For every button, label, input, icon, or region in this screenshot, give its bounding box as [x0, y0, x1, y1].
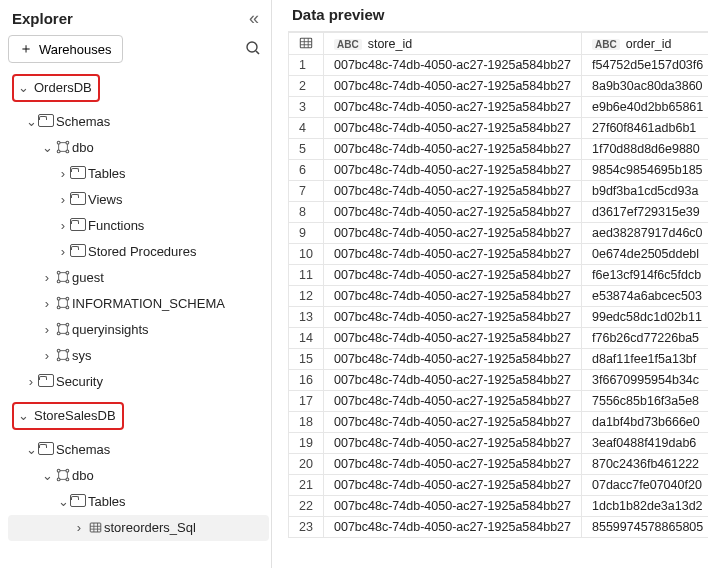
- type-badge: ABC: [334, 39, 362, 50]
- table-row[interactable]: 13007bc48c-74db-4050-ac27-1925a584bb2799…: [289, 307, 709, 328]
- table-row[interactable]: 1007bc48c-74db-4050-ac27-1925a584bb27f54…: [289, 55, 709, 76]
- cell-order-id: e9b6e40d2bb65861: [582, 97, 708, 118]
- table-row[interactable]: 20007bc48c-74db-4050-ac27-1925a584bb2787…: [289, 454, 709, 475]
- cell-order-id: 07dacc7fe07040f20: [582, 475, 708, 496]
- row-number: 7: [289, 181, 324, 202]
- table-storeorders-sql[interactable]: › storeorders_Sql: [8, 515, 269, 541]
- cell-order-id: 3eaf0488f419dab6: [582, 433, 708, 454]
- storeorders-label: storeorders_Sql: [104, 518, 196, 538]
- functions-label: Functions: [88, 216, 144, 236]
- table-row[interactable]: 7007bc48c-74db-4050-ac27-1925a584bb27b9d…: [289, 181, 709, 202]
- schema-guest[interactable]: › guest: [8, 265, 269, 291]
- data-preview-panel: Data preview ABCstore_id ABCorder_id 100…: [272, 0, 708, 568]
- table-row[interactable]: 4007bc48c-74db-4050-ac27-1925a584bb2727f…: [289, 118, 709, 139]
- cell-store-id: 007bc48c-74db-4050-ac27-1925a584bb27: [324, 433, 582, 454]
- cell-store-id: 007bc48c-74db-4050-ac27-1925a584bb27: [324, 517, 582, 538]
- table-row[interactable]: 14007bc48c-74db-4050-ac27-1925a584bb27f7…: [289, 328, 709, 349]
- table-row[interactable]: 10007bc48c-74db-4050-ac27-1925a584bb270e…: [289, 244, 709, 265]
- storesalesdb-label: StoreSalesDB: [30, 406, 116, 426]
- folder-tables-2[interactable]: ⌄ Tables: [8, 489, 269, 515]
- row-number: 23: [289, 517, 324, 538]
- cell-order-id: f54752d5e157d03f6: [582, 55, 708, 76]
- preview-grid: ABCstore_id ABCorder_id 1007bc48c-74db-4…: [288, 32, 708, 538]
- col-store-id-name: store_id: [368, 37, 412, 51]
- db-storesalesdb[interactable]: ⌄ StoreSalesDB: [8, 399, 269, 433]
- folder-icon: [70, 216, 88, 236]
- table-row[interactable]: 12007bc48c-74db-4050-ac27-1925a584bb27e5…: [289, 286, 709, 307]
- chevron-right-icon: ›: [72, 518, 86, 538]
- search-icon[interactable]: [245, 40, 269, 59]
- folder-icon: [38, 440, 56, 460]
- schema-queryinsights[interactable]: › queryinsights: [8, 317, 269, 343]
- table-row[interactable]: 15007bc48c-74db-4050-ac27-1925a584bb27d8…: [289, 349, 709, 370]
- folder-icon: [70, 190, 88, 210]
- folder-stored-procedures[interactable]: › Stored Procedures: [8, 239, 269, 265]
- infoschema-label: INFORMATION_SCHEMA: [72, 294, 225, 314]
- chevron-right-icon: ›: [40, 294, 54, 314]
- col-order-id[interactable]: ABCorder_id: [582, 33, 708, 55]
- cell-store-id: 007bc48c-74db-4050-ac27-1925a584bb27: [324, 307, 582, 328]
- cell-order-id: e53874a6abcec503: [582, 286, 708, 307]
- table-row[interactable]: 19007bc48c-74db-4050-ac27-1925a584bb273e…: [289, 433, 709, 454]
- table-row[interactable]: 9007bc48c-74db-4050-ac27-1925a584bb27aed…: [289, 223, 709, 244]
- schema-icon: [54, 466, 72, 486]
- chevron-right-icon: ›: [56, 216, 70, 236]
- col-store-id[interactable]: ABCstore_id: [324, 33, 582, 55]
- chevron-down-icon: ⌄: [16, 406, 30, 426]
- cell-order-id: 1dcb1b82de3a13d2: [582, 496, 708, 517]
- schema-dbo-2[interactable]: ⌄ dbo: [8, 463, 269, 489]
- table-row[interactable]: 22007bc48c-74db-4050-ac27-1925a584bb271d…: [289, 496, 709, 517]
- folder-schemas-2[interactable]: ⌄ Schemas: [8, 437, 269, 463]
- cell-store-id: 007bc48c-74db-4050-ac27-1925a584bb27: [324, 391, 582, 412]
- folder-icon: [70, 492, 88, 512]
- dbo-label: dbo: [72, 138, 94, 158]
- cell-order-id: d8af11fee1f5a13bf: [582, 349, 708, 370]
- folder-icon: [70, 242, 88, 262]
- row-number: 12: [289, 286, 324, 307]
- cell-order-id: b9df3ba1cd5cd93a: [582, 181, 708, 202]
- schema-icon: [54, 294, 72, 314]
- collapse-explorer-icon[interactable]: «: [249, 8, 259, 29]
- table-row[interactable]: 6007bc48c-74db-4050-ac27-1925a584bb27985…: [289, 160, 709, 181]
- folder-tables[interactable]: › Tables: [8, 161, 269, 187]
- schemas-label: Schemas: [56, 112, 110, 132]
- chevron-down-icon: ⌄: [40, 138, 54, 158]
- table-row[interactable]: 2007bc48c-74db-4050-ac27-1925a584bb278a9…: [289, 76, 709, 97]
- folder-views[interactable]: › Views: [8, 187, 269, 213]
- schema-information-schema[interactable]: › INFORMATION_SCHEMA: [8, 291, 269, 317]
- chevron-right-icon: ›: [24, 372, 38, 392]
- table-row[interactable]: 21007bc48c-74db-4050-ac27-1925a584bb2707…: [289, 475, 709, 496]
- cell-order-id: 8559974578865805: [582, 517, 708, 538]
- folder-functions[interactable]: › Functions: [8, 213, 269, 239]
- svg-line-14: [256, 51, 259, 54]
- table-row[interactable]: 18007bc48c-74db-4050-ac27-1925a584bb27da…: [289, 412, 709, 433]
- schema-dbo[interactable]: ⌄ dbo: [8, 135, 269, 161]
- schema-sys[interactable]: › sys: [8, 343, 269, 369]
- cell-order-id: da1bf4bd73b666e0: [582, 412, 708, 433]
- table-row[interactable]: 16007bc48c-74db-4050-ac27-1925a584bb273f…: [289, 370, 709, 391]
- grid-corner: [289, 33, 324, 55]
- cell-store-id: 007bc48c-74db-4050-ac27-1925a584bb27: [324, 181, 582, 202]
- chevron-down-icon: ⌄: [56, 492, 70, 512]
- cell-order-id: 870c2436fb461222: [582, 454, 708, 475]
- table-row[interactable]: 17007bc48c-74db-4050-ac27-1925a584bb2775…: [289, 391, 709, 412]
- table-row[interactable]: 3007bc48c-74db-4050-ac27-1925a584bb27e9b…: [289, 97, 709, 118]
- folder-schemas[interactable]: ⌄ Schemas: [8, 109, 269, 135]
- table-row[interactable]: 23007bc48c-74db-4050-ac27-1925a584bb2785…: [289, 517, 709, 538]
- cell-store-id: 007bc48c-74db-4050-ac27-1925a584bb27: [324, 475, 582, 496]
- table-row[interactable]: 11007bc48c-74db-4050-ac27-1925a584bb27f6…: [289, 265, 709, 286]
- add-warehouse-button[interactable]: ＋ Warehouses: [8, 35, 123, 63]
- db-ordersdb[interactable]: ⌄ OrdersDB: [8, 71, 269, 105]
- table-row[interactable]: 8007bc48c-74db-4050-ac27-1925a584bb27d36…: [289, 202, 709, 223]
- chevron-down-icon: ⌄: [16, 78, 30, 98]
- cell-order-id: 99edc58dc1d02b11: [582, 307, 708, 328]
- table-row[interactable]: 5007bc48c-74db-4050-ac27-1925a584bb271f7…: [289, 139, 709, 160]
- chevron-right-icon: ›: [40, 268, 54, 288]
- cell-store-id: 007bc48c-74db-4050-ac27-1925a584bb27: [324, 160, 582, 181]
- cell-order-id: 0e674de2505ddebl: [582, 244, 708, 265]
- folder-security[interactable]: › Security: [8, 369, 269, 395]
- explorer-panel: Explorer « ＋ Warehouses ⌄ OrdersDB ⌄ Sch…: [0, 0, 272, 568]
- row-number: 18: [289, 412, 324, 433]
- row-number: 11: [289, 265, 324, 286]
- cell-store-id: 007bc48c-74db-4050-ac27-1925a584bb27: [324, 223, 582, 244]
